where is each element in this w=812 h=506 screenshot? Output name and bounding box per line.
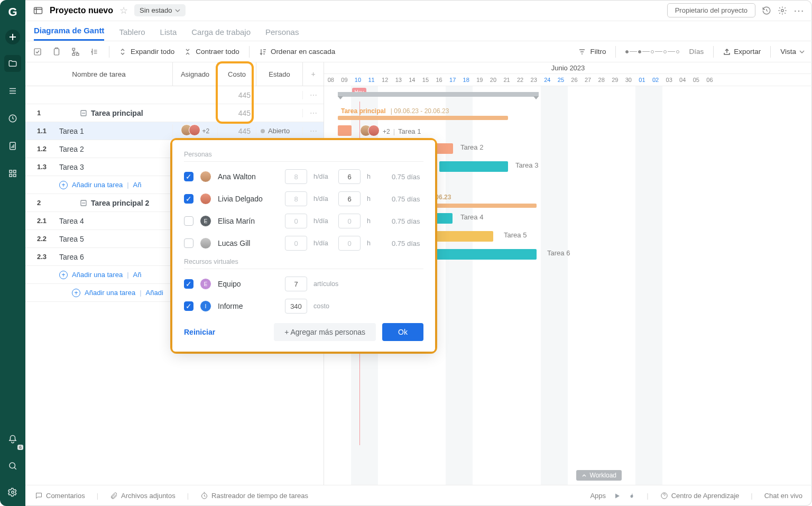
- select-all-icon[interactable]: [33, 47, 42, 57]
- svg-rect-4: [10, 174, 12, 177]
- amount-input[interactable]: [285, 277, 307, 291]
- attachments-button[interactable]: Archivos adjuntos: [110, 492, 176, 500]
- app-logo: G: [8, 5, 17, 19]
- row-menu[interactable]: ⋯: [302, 91, 324, 99]
- svg-rect-12: [72, 48, 75, 50]
- resource-row: ✓ I Informe costo: [184, 299, 423, 314]
- section-virtual: Recursos virtuales: [184, 258, 423, 269]
- workload-toggle[interactable]: Workload: [576, 470, 622, 481]
- svg-rect-8: [34, 7, 42, 14]
- task-row[interactable]: 1.1 Tarea 1 +2 445 Abierto ⋯: [25, 122, 324, 140]
- hours-per-day-input[interactable]: [285, 236, 307, 251]
- hours-input[interactable]: [338, 191, 361, 206]
- person-checkbox[interactable]: ✓: [184, 172, 193, 181]
- svg-point-9: [781, 9, 784, 12]
- svg-rect-2: [10, 170, 12, 173]
- person-row: ✓ Livia Delgado h/día h 0.75 días: [184, 191, 423, 206]
- indent-icon[interactable]: [90, 47, 99, 57]
- project-title[interactable]: Proyecto nuevo: [50, 6, 113, 15]
- tab-gantt[interactable]: Diagrama de Gantt: [34, 26, 104, 41]
- totals-row: 445 ⋯: [25, 86, 324, 104]
- settings-icon[interactable]: [4, 484, 21, 501]
- tab-workload[interactable]: Carga de trabajo: [191, 27, 251, 41]
- collapse-all-button[interactable]: Contraer todo: [184, 48, 239, 56]
- notification-icon[interactable]: [4, 431, 21, 448]
- hours-input[interactable]: [338, 214, 361, 228]
- apps-button[interactable]: Apps: [590, 492, 635, 500]
- resource-checkbox[interactable]: ✓: [184, 279, 193, 289]
- export-button[interactable]: Exportar: [723, 48, 761, 56]
- total-cost: 445: [217, 91, 256, 99]
- add-column-button[interactable]: +: [302, 62, 324, 86]
- filter-button[interactable]: Filtro: [578, 48, 606, 56]
- hours-per-day-input[interactable]: [285, 169, 307, 184]
- learn-center-button[interactable]: Centro de Aprendizaje: [660, 492, 740, 500]
- gantt-bar[interactable]: [338, 125, 352, 136]
- row-menu[interactable]: ⋯: [302, 109, 324, 117]
- clock-icon[interactable]: [4, 110, 21, 127]
- day-header: 08 09 10 11 12 13 14 15 16 17 18 19 20 2…: [324, 74, 812, 86]
- status-label: Sin estado: [140, 6, 172, 14]
- tab-list[interactable]: Lista: [160, 27, 177, 41]
- hours-input[interactable]: [338, 236, 361, 251]
- tab-people[interactable]: Personas: [265, 27, 299, 41]
- status-dropdown[interactable]: Sin estado: [134, 4, 186, 16]
- grid-header-row: Nombre de tarea Asignado Costo Estado +: [25, 62, 324, 86]
- reset-button[interactable]: Reiniciar: [184, 328, 215, 336]
- bottom-bar: Comentarios | Archivos adjuntos | Rastre…: [25, 485, 812, 506]
- grid-icon[interactable]: [4, 165, 21, 182]
- paste-icon[interactable]: [52, 47, 61, 57]
- gantt-bar-parent[interactable]: [338, 116, 508, 120]
- report-icon[interactable]: [4, 137, 21, 154]
- time-tracker-button[interactable]: Rastreador de tiempo de tareas: [200, 492, 308, 500]
- assignment-popup-highlight: Personas ✓ Ana Walton h/día h 0.75 días …: [170, 138, 437, 354]
- search-icon[interactable]: [4, 457, 21, 474]
- history-icon[interactable]: [762, 6, 771, 15]
- zoom-slider[interactable]: [625, 50, 679, 53]
- collapse-icon[interactable]: [80, 110, 87, 116]
- amount-input[interactable]: [285, 299, 307, 314]
- comments-button[interactable]: Comentarios: [35, 492, 85, 500]
- section-people: Personas: [184, 151, 423, 162]
- owner-button[interactable]: Propietario del proyecto: [667, 3, 755, 17]
- view-tabs: Diagrama de Gantt Tablero Lista Carga de…: [25, 21, 812, 41]
- folder-icon[interactable]: [4, 55, 21, 72]
- project-icon: [33, 5, 43, 16]
- more-icon[interactable]: ⋯: [793, 4, 805, 17]
- star-icon[interactable]: ☆: [119, 5, 128, 16]
- hours-per-day-input[interactable]: [285, 214, 307, 228]
- list-icon[interactable]: [4, 82, 21, 99]
- column-name[interactable]: Nombre de tarea: [25, 62, 172, 86]
- column-cost[interactable]: Costo: [217, 62, 256, 86]
- row-menu[interactable]: ⋯: [302, 127, 324, 135]
- person-row: Lucas Gill h/día h 0.75 días: [184, 236, 423, 251]
- resource-checkbox[interactable]: ✓: [184, 301, 193, 311]
- tab-board[interactable]: Tablero: [119, 27, 145, 41]
- column-status[interactable]: Estado: [256, 62, 302, 86]
- person-checkbox[interactable]: ✓: [184, 194, 193, 204]
- ok-button[interactable]: Ok: [382, 323, 423, 341]
- hierarchy-icon[interactable]: [71, 47, 80, 57]
- project-header: Proyecto nuevo ☆ Sin estado Propietario …: [25, 0, 812, 21]
- person-checkbox[interactable]: [184, 216, 193, 226]
- hours-per-day-input[interactable]: [285, 191, 307, 206]
- svg-point-6: [10, 463, 15, 468]
- expand-all-button[interactable]: Expandir todo: [119, 48, 174, 56]
- assignee-avatars[interactable]: [181, 124, 200, 137]
- view-dropdown[interactable]: Vista: [780, 48, 805, 56]
- svg-point-7: [12, 491, 14, 494]
- create-button[interactable]: [5, 30, 20, 44]
- svg-rect-11: [54, 49, 59, 55]
- hours-input[interactable]: [338, 169, 361, 184]
- add-more-people-button[interactable]: + Agregar más personas: [274, 323, 376, 341]
- gantt-bar-project[interactable]: [338, 92, 539, 97]
- gantt-bar[interactable]: [439, 161, 508, 172]
- resource-row: ✓ E Equipo artículos: [184, 277, 423, 291]
- column-assigned[interactable]: Asignado: [172, 62, 217, 86]
- person-checkbox[interactable]: [184, 238, 193, 248]
- config-icon[interactable]: [778, 6, 787, 15]
- cascade-sort-button[interactable]: Ordenar en cascada: [259, 48, 335, 56]
- chat-button[interactable]: Chat en vivo: [764, 492, 802, 500]
- collapse-icon[interactable]: [80, 200, 87, 206]
- task-row[interactable]: 1 Tarea principal 445 ⋯: [25, 104, 324, 122]
